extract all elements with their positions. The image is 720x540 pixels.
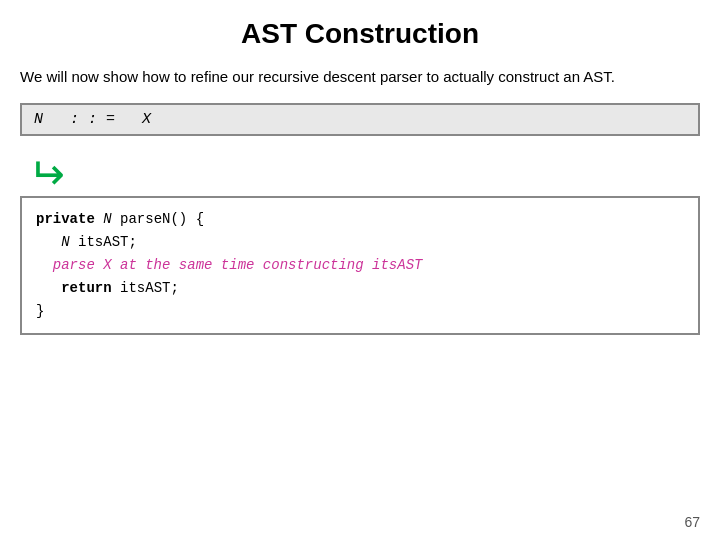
code-comment-parse: parse X at the same time constructing it… <box>36 257 422 273</box>
grammar-X: X <box>142 111 151 128</box>
code-indent2 <box>36 280 53 296</box>
code-type-N2: N <box>61 234 69 250</box>
curved-arrow-icon: ↵ <box>28 152 65 196</box>
code-keyword-private: private <box>36 211 95 227</box>
grammar-separator: : : = <box>70 111 115 128</box>
code-box: private N parseN() { N itsAST; parse X a… <box>20 196 700 335</box>
code-closing-brace: } <box>36 303 44 319</box>
page-title: AST Construction <box>20 10 700 50</box>
page-number: 67 <box>684 514 700 530</box>
grammar-N: N <box>34 111 43 128</box>
page-container: AST Construction We will now show how to… <box>0 0 720 540</box>
code-type-N: N <box>103 211 111 227</box>
code-keyword-return: return <box>61 280 111 296</box>
code-indent <box>36 234 53 250</box>
code-var: itsAST; <box>78 234 137 250</box>
code-return-val: itsAST; <box>120 280 179 296</box>
code-line-3: parse X at the same time constructing it… <box>36 254 684 277</box>
code-line-2: N itsAST; <box>36 231 684 254</box>
code-method: parseN() { <box>120 211 204 227</box>
intro-paragraph: We will now show how to refine our recur… <box>20 66 700 89</box>
grammar-rule-box: N : : = X <box>20 103 700 136</box>
code-line-4: return itsAST; <box>36 277 684 300</box>
code-line-5: } <box>36 300 684 323</box>
grammar-rule-text: N : : = X <box>34 111 151 128</box>
code-line-1: private N parseN() { <box>36 208 684 231</box>
arrow-container: ↵ <box>20 152 700 196</box>
